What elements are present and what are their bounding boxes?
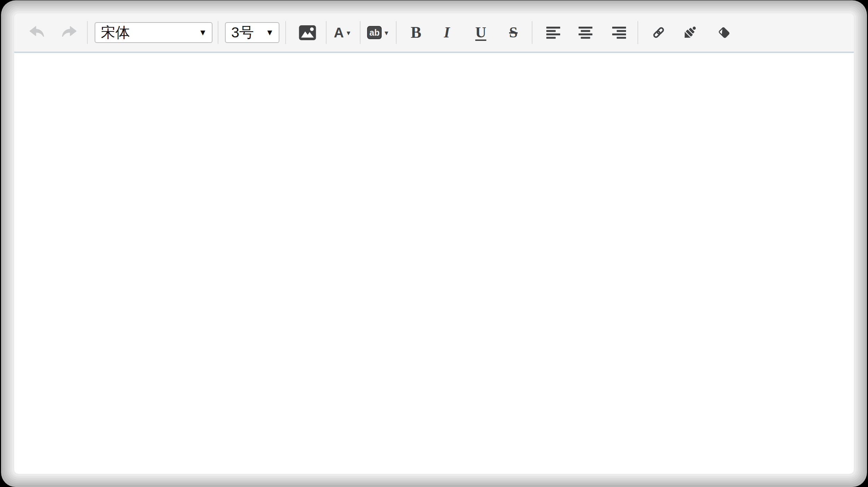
- insert-image-button[interactable]: [298, 25, 316, 41]
- highlight-color-button[interactable]: ab ▾: [367, 26, 388, 39]
- editor-content-area[interactable]: [14, 53, 854, 472]
- highlight-icon: ab: [367, 26, 382, 39]
- align-right-icon: [612, 27, 626, 39]
- dropdown-arrow-icon: ▾: [347, 29, 350, 36]
- dropdown-arrow-icon: ▾: [384, 29, 388, 36]
- font-family-select[interactable]: 宋体 ▼: [95, 22, 212, 43]
- font-color-button[interactable]: A ▾: [334, 26, 350, 39]
- toolbar-separator: [532, 21, 532, 44]
- toolbar-separator: [637, 21, 638, 44]
- paint-brush-icon: [682, 25, 698, 41]
- font-size-select[interactable]: 3号 ▼: [225, 22, 279, 43]
- link-icon: [652, 26, 666, 39]
- insert-link-button[interactable]: [652, 26, 666, 39]
- strikethrough-icon: S: [509, 25, 518, 40]
- italic-icon: I: [444, 25, 450, 40]
- toolbar-separator: [285, 21, 286, 44]
- font-color-label: A: [334, 26, 344, 39]
- rich-text-editor-window: 宋体 ▼ 3号 ▼ A ▾: [14, 13, 854, 474]
- toolbar-separator: [360, 21, 361, 44]
- align-right-button[interactable]: [612, 27, 626, 39]
- toolbar-separator: [218, 21, 218, 44]
- undo-icon: [29, 25, 46, 40]
- align-left-icon: [546, 27, 560, 39]
- underline-icon: U: [475, 25, 486, 40]
- bold-button[interactable]: B: [410, 25, 422, 41]
- strikethrough-button[interactable]: S: [506, 25, 521, 40]
- align-center-icon: [579, 27, 592, 39]
- eraser-icon: [717, 25, 732, 40]
- toolbar-separator: [87, 21, 88, 44]
- font-family-value: 宋体: [101, 25, 195, 40]
- bold-icon: B: [411, 25, 422, 41]
- toolbar-separator: [396, 21, 397, 44]
- align-left-button[interactable]: [546, 27, 560, 39]
- redo-button[interactable]: [60, 25, 77, 40]
- editor-toolbar: 宋体 ▼ 3号 ▼ A ▾: [14, 14, 854, 53]
- select-dropdown-arrow-icon: ▼: [266, 28, 274, 37]
- undo-button[interactable]: [29, 25, 46, 40]
- font-size-value: 3号: [231, 25, 262, 40]
- toolbar-separator: [326, 21, 327, 44]
- underline-button[interactable]: U: [474, 25, 487, 40]
- select-dropdown-arrow-icon: ▼: [199, 28, 207, 37]
- italic-button[interactable]: I: [442, 25, 451, 40]
- eraser-button[interactable]: [717, 25, 732, 40]
- align-center-button[interactable]: [579, 27, 592, 39]
- redo-icon: [60, 25, 77, 40]
- image-icon: [298, 25, 316, 41]
- format-brush-button[interactable]: [682, 25, 698, 41]
